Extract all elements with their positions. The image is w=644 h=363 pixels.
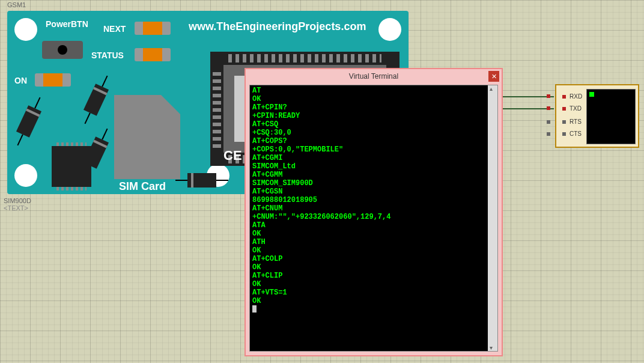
on-led (35, 73, 71, 87)
node-txd (547, 106, 550, 110)
pin-square-txd (562, 107, 566, 111)
terminal-cursor (252, 305, 257, 313)
close-button[interactable]: ✕ (488, 71, 499, 82)
component-part-label: SIM900D (4, 197, 31, 204)
mounting-hole-tl (14, 18, 37, 41)
close-icon: ✕ (491, 73, 497, 80)
component-ref-label: GSM1 (7, 1, 26, 8)
node-rts (547, 120, 550, 124)
mounting-hole-tr (378, 18, 401, 41)
pin-label-rxd: RXD (570, 93, 582, 100)
pin-label-txd: TXD (570, 105, 582, 112)
simcard-label: SIM Card (119, 180, 166, 193)
virtual-terminal-body[interactable]: AT OK AT+CPIN? +CPIN:READY AT+CSQ +CSQ:3… (249, 85, 498, 352)
diode-d2 (79, 73, 114, 127)
pin-square-cts (562, 132, 566, 136)
status-led (135, 48, 171, 61)
node-rxd (547, 94, 550, 98)
powerbtn-label: PowerBTN (46, 19, 88, 29)
component-value-label: <TEXT> (4, 204, 28, 212)
virtual-terminal-window[interactable]: Virtual Terminal ✕ AT OK AT+CPIN? +CPIN:… (245, 68, 503, 356)
ic-chip-small (52, 146, 91, 187)
virtual-terminal-title-text: Virtual Terminal (349, 72, 398, 81)
pin-square-rts (562, 120, 566, 124)
virtual-terminal-output[interactable]: AT OK AT+CPIN? +CPIN:READY AT+CSQ +CSQ:3… (251, 85, 488, 351)
next-label: NEXT (103, 24, 126, 34)
pin-square-rxd (562, 95, 566, 99)
serial-mini-screen (586, 89, 636, 144)
diode-d4 (175, 173, 228, 188)
terminal-scrollbar[interactable] (488, 85, 497, 351)
virtual-terminal-titlebar[interactable]: Virtual Terminal ✕ (246, 69, 502, 84)
serial-terminal-component[interactable]: RXD TXD RTS CTS (555, 84, 639, 148)
pin-label-cts: CTS (570, 130, 582, 137)
diode-d1 (11, 94, 47, 148)
url-text: www.TheEngineeringProjects.com (189, 20, 366, 33)
node-cts (547, 132, 550, 136)
on-label: ON (14, 76, 27, 85)
next-led (135, 22, 171, 35)
power-button[interactable] (42, 41, 83, 59)
status-label: STATUS (91, 50, 124, 60)
mounting-hole-bl (14, 164, 37, 187)
pin-label-rts: RTS (570, 118, 582, 125)
ce-marking: CE (223, 148, 242, 163)
sim-card-slot[interactable] (114, 95, 180, 179)
